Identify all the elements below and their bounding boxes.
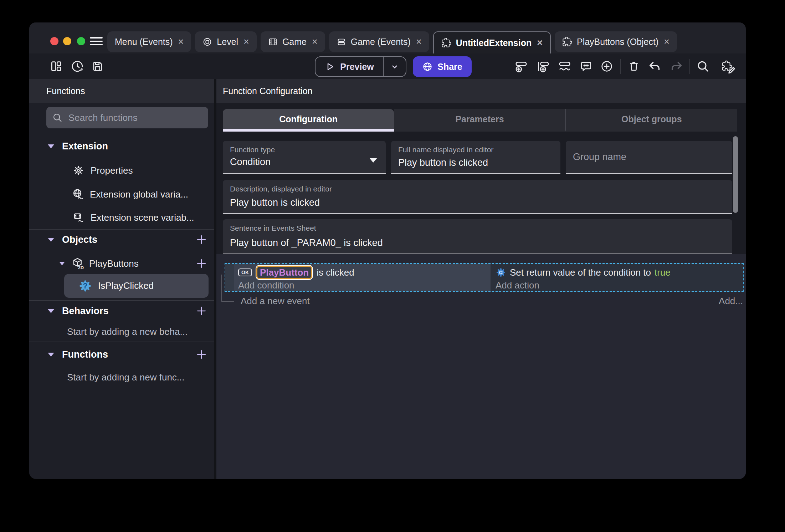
add-function-to-object-button[interactable] (195, 257, 207, 270)
layout-panels-button[interactable] (48, 53, 65, 79)
tree-item-isplayclicked-selected[interactable]: ? IsPlayClicked (64, 274, 209, 298)
search-box[interactable] (46, 107, 208, 128)
add-free-function-button[interactable] (195, 348, 207, 360)
delete-button[interactable] (625, 53, 642, 79)
preview-button-main[interactable]: Preview (315, 57, 383, 76)
functions-empty-hint: Start by adding a new func... (29, 369, 214, 385)
preview-button[interactable]: Preview (315, 56, 406, 77)
toolbar: Preview Share (29, 53, 746, 79)
events-sheet: OK PlayButton is clicked Add condition S… (216, 254, 746, 479)
sidebar-item-properties[interactable]: Properties (29, 163, 214, 178)
add-action-link[interactable]: Add action (496, 280, 743, 291)
add-condition-link[interactable]: Add condition (238, 280, 491, 291)
window-close-button[interactable] (50, 37, 58, 45)
search-icon (52, 112, 63, 123)
group-name-input[interactable] (573, 141, 722, 173)
section-objects[interactable]: Objects (29, 232, 214, 247)
close-icon[interactable]: × (243, 37, 249, 47)
add-more-button[interactable] (598, 53, 615, 79)
redo-icon (669, 59, 684, 73)
condition-object-chip[interactable]: PlayButton (256, 266, 312, 279)
action-value[interactable]: true (655, 267, 671, 278)
search-functions-input[interactable] (68, 112, 202, 124)
sidebar-header: Functions (29, 79, 214, 103)
save-button[interactable] (89, 53, 106, 79)
window-zoom-button[interactable] (77, 37, 85, 45)
sentence-input[interactable] (230, 237, 718, 249)
section-functions[interactable]: Functions (29, 347, 214, 362)
description-field[interactable]: Description, displayed in editor (223, 180, 732, 214)
close-icon[interactable]: × (537, 38, 543, 48)
close-icon[interactable]: × (178, 37, 184, 47)
undo-button[interactable] (646, 53, 663, 79)
add-comment-button[interactable] (578, 53, 595, 79)
close-icon[interactable]: × (416, 37, 422, 47)
edit-extension-button[interactable] (720, 53, 737, 79)
chevron-down-icon[interactable] (48, 238, 54, 242)
vertical-scrollbar[interactable] (733, 136, 738, 213)
hamburger-menu-icon[interactable] (90, 37, 103, 45)
item-label: PlayButtons (89, 258, 139, 269)
window-minimize-button[interactable] (63, 37, 71, 45)
trash-icon (627, 60, 640, 73)
action-text: Set return value of the condition to (510, 267, 651, 278)
add-object-button[interactable] (195, 234, 207, 246)
extension-edit-icon (721, 59, 735, 73)
tree-item-playbuttons[interactable]: 2D PlayButtons (29, 256, 214, 271)
function-type-field[interactable]: Function type Condition (223, 141, 386, 174)
section-extension[interactable]: Extension (29, 138, 214, 154)
event-row-selected[interactable]: OK PlayButton is clicked Add condition S… (225, 263, 744, 292)
select-caret-icon (369, 158, 377, 163)
add-behavior-button[interactable] (195, 305, 207, 317)
behaviors-empty-hint: Start by adding a new beha... (29, 324, 214, 339)
film-icon (268, 37, 278, 47)
actions-column[interactable]: Set return value of the condition to tru… (491, 264, 743, 291)
sidebar-item-extension-global-variables[interactable]: Extension global varia... (29, 186, 214, 202)
field-label: Description, displayed in editor (230, 185, 332, 193)
tab-label: Menu (Events) (115, 37, 173, 47)
preview-dropdown-button[interactable] (383, 57, 406, 76)
chevron-down-icon[interactable] (59, 262, 65, 265)
history-button[interactable] (69, 53, 86, 79)
group-name-field[interactable] (566, 141, 732, 174)
item-label: Properties (91, 165, 133, 176)
tab-playbuttons-object[interactable]: PlayButtons (Object) × (555, 31, 677, 52)
share-button[interactable]: Share (413, 56, 472, 77)
sidebar-item-extension-scene-variables[interactable]: Extension scene variab... (29, 210, 214, 225)
chevron-down-icon[interactable] (48, 144, 54, 148)
tab-game[interactable]: Game × (261, 31, 325, 52)
sidebar-divider (29, 229, 214, 230)
full-name-input[interactable] (398, 157, 546, 168)
tab-game-events[interactable]: Game (Events) × (329, 31, 429, 52)
add-other-event-button[interactable] (556, 53, 573, 79)
badge-2d: 2D (78, 265, 84, 270)
tab-label: UntitledExtension (456, 38, 532, 48)
tab-parameters[interactable]: Parameters (394, 109, 565, 132)
conditions-column[interactable]: OK PlayButton is clicked Add condition (225, 264, 491, 291)
chevron-down-icon[interactable] (48, 309, 54, 313)
description-input[interactable] (230, 197, 718, 208)
chevron-down-icon[interactable] (48, 353, 54, 357)
tab-bar: Menu (Events) × Level × Game × (29, 22, 746, 53)
item-label: Extension global varia... (90, 189, 188, 200)
section-behaviors[interactable]: Behaviors (29, 303, 214, 319)
tab-configuration[interactable]: Configuration (223, 109, 394, 132)
add-new-event-link[interactable]: Add a new event (241, 296, 310, 307)
tab-menu-events[interactable]: Menu (Events) × (107, 31, 191, 52)
object-2d-cube-icon: 2D (71, 257, 84, 270)
comment-icon (579, 60, 593, 73)
tab-level[interactable]: Level × (195, 31, 257, 52)
puzzle-icon (562, 37, 572, 47)
section-label: Objects (62, 234, 97, 245)
search-button[interactable] (694, 53, 712, 79)
add-more-link[interactable]: Add... (719, 296, 743, 307)
sentence-field[interactable]: Sentence in Events Sheet (223, 219, 732, 254)
tab-object-groups[interactable]: Object groups (565, 109, 737, 132)
add-event-button[interactable] (513, 53, 530, 79)
redo-button[interactable] (668, 53, 685, 79)
tab-untitled-extension[interactable]: UntitledExtension × (433, 31, 551, 53)
full-name-field[interactable]: Full name displayed in editor (391, 141, 560, 174)
close-icon[interactable]: × (312, 37, 318, 47)
close-icon[interactable]: × (664, 37, 669, 47)
add-subevent-button[interactable] (535, 53, 552, 79)
